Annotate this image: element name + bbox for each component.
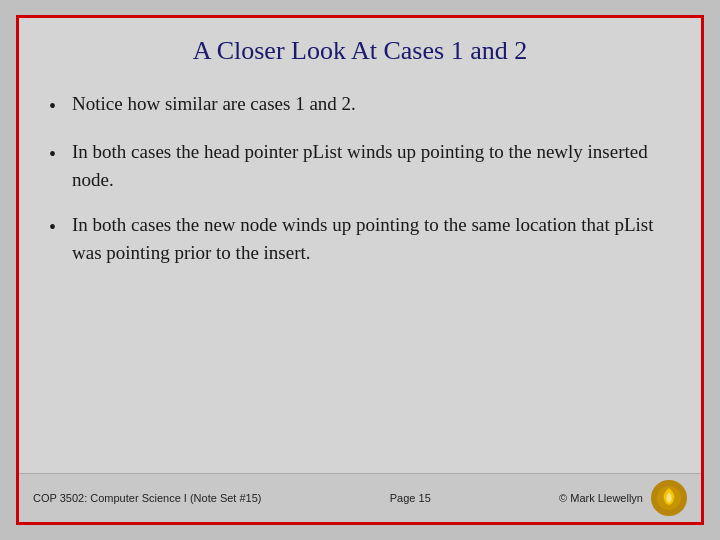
footer-logo (651, 480, 687, 516)
logo-svg (651, 480, 687, 516)
bullet-text-1: Notice how similar are cases 1 and 2. (72, 90, 356, 118)
footer-left-text: COP 3502: Computer Science I (Note Set #… (33, 492, 261, 504)
slide: A Closer Look At Cases 1 and 2 • Notice … (16, 15, 704, 525)
bullet-dot-1: • (49, 92, 56, 120)
bullet-item-2: • In both cases the head pointer pList w… (49, 138, 661, 193)
footer-center-text: Page 15 (390, 492, 431, 504)
footer-right-group: © Mark Llewellyn (559, 480, 687, 516)
slide-title: A Closer Look At Cases 1 and 2 (19, 18, 701, 80)
bullet-text-2: In both cases the head pointer pList win… (72, 138, 661, 193)
footer-right-text: © Mark Llewellyn (559, 492, 643, 504)
bullet-item-3: • In both cases the new node winds up po… (49, 211, 661, 266)
bullet-dot-3: • (49, 213, 56, 241)
slide-footer: COP 3502: Computer Science I (Note Set #… (19, 473, 701, 522)
bullet-dot-2: • (49, 140, 56, 168)
bullet-text-3: In both cases the new node winds up poin… (72, 211, 661, 266)
slide-content: • Notice how similar are cases 1 and 2. … (19, 80, 701, 473)
bullet-item-1: • Notice how similar are cases 1 and 2. (49, 90, 661, 120)
slide-outer: A Closer Look At Cases 1 and 2 • Notice … (0, 0, 720, 540)
